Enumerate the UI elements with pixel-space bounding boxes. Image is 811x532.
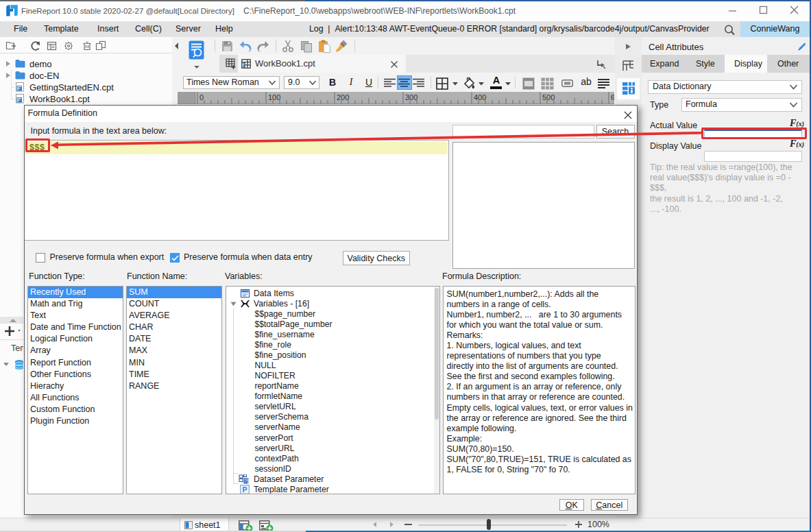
svg-text:P: P bbox=[242, 485, 247, 494]
svg-text:300: 300 bbox=[405, 93, 417, 101]
svg-text:6: 6 bbox=[611, 93, 614, 101]
svg-text:[?]: [?] bbox=[243, 478, 249, 484]
svg-text:400: 400 bbox=[474, 93, 486, 101]
svg-text:100: 100 bbox=[268, 93, 280, 101]
svg-text:0: 0 bbox=[199, 93, 204, 101]
svg-text:500: 500 bbox=[542, 93, 555, 101]
svg-text:200: 200 bbox=[337, 93, 349, 101]
